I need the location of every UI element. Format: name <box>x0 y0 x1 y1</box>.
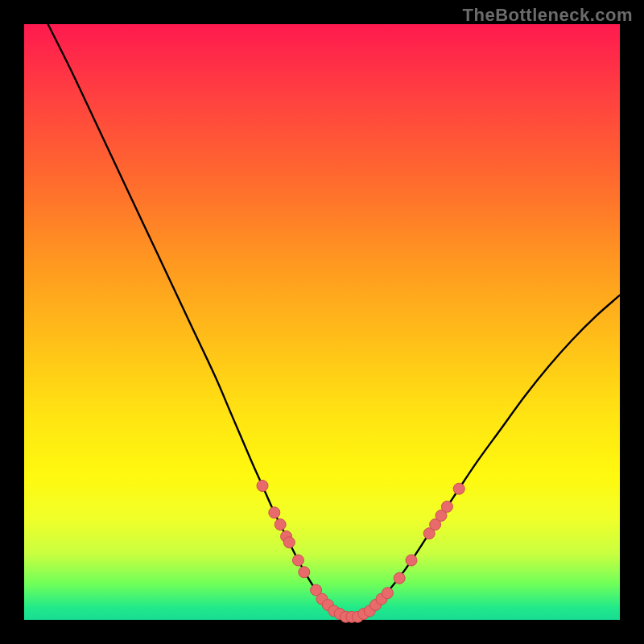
curve-svg <box>24 24 620 620</box>
marker-point <box>382 588 393 599</box>
chart-frame: TheBottleneck.com <box>0 0 644 644</box>
marker-point <box>275 519 286 530</box>
bottleneck-curve <box>48 24 620 617</box>
marker-group <box>257 481 464 623</box>
marker-point <box>292 555 303 566</box>
marker-point <box>406 555 417 566</box>
marker-point <box>453 483 464 494</box>
marker-point <box>269 507 280 518</box>
watermark-text: TheBottleneck.com <box>463 5 633 26</box>
marker-point <box>283 537 295 548</box>
marker-point <box>441 501 452 512</box>
marker-point <box>257 481 268 492</box>
plot-area <box>24 24 620 620</box>
marker-point <box>394 572 405 584</box>
marker-point <box>299 567 310 578</box>
